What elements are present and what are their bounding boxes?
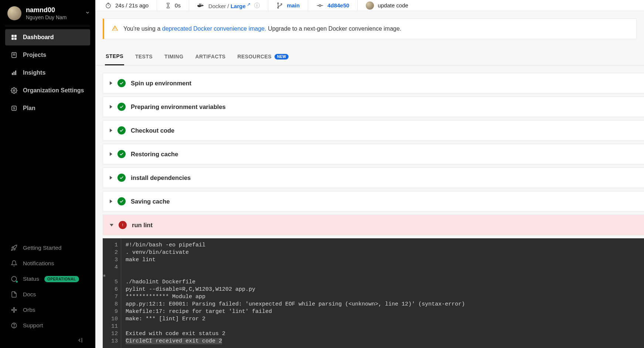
- nav-orbs[interactable]: Orbs: [5, 302, 90, 318]
- branch-link[interactable]: main: [287, 2, 300, 8]
- svg-rect-3: [14, 38, 17, 40]
- nav-docs[interactable]: Docs: [5, 287, 90, 302]
- svg-rect-28: [199, 4, 200, 5]
- meta-commit[interactable]: 4d84e50: [308, 0, 358, 11]
- collapse-sidebar-icon[interactable]: [77, 337, 84, 345]
- sidebar-bottom: Getting Started Notifications Status OPE…: [0, 240, 95, 346]
- commit-message: update code: [378, 2, 408, 8]
- insights-icon: [10, 69, 18, 76]
- caret-right-icon: [110, 81, 112, 85]
- step-name: Checkout code: [131, 127, 174, 134]
- dashboard-icon: [10, 34, 18, 41]
- caret-down-icon: [110, 224, 113, 226]
- step-name: Preparing environment variables: [131, 103, 226, 110]
- job-tabs: STEPS TESTS TIMING ARTIFACTS RESOURCES N…: [95, 48, 644, 65]
- label: Support: [23, 322, 43, 329]
- svg-point-14: [13, 309, 15, 311]
- meta-branch[interactable]: main: [268, 0, 308, 11]
- nav-plan[interactable]: $ Plan: [5, 100, 90, 116]
- label: Orbs: [23, 307, 35, 313]
- projects-icon: [10, 51, 18, 59]
- success-icon: [117, 150, 126, 158]
- step-row[interactable]: Restoring cache: [103, 144, 644, 164]
- tab-artifacts[interactable]: ARTIFACTS: [194, 48, 226, 65]
- nav-label: Plan: [23, 105, 35, 112]
- rocket-icon: [10, 244, 18, 252]
- commit-icon: [316, 3, 324, 8]
- tab-resources[interactable]: RESOURCES NEW: [237, 48, 290, 65]
- nav-org-settings[interactable]: Organization Settings: [5, 82, 90, 99]
- step-name: Saving cache: [131, 198, 170, 205]
- meta-message: update code: [358, 0, 416, 11]
- nav-notifications[interactable]: Notifications: [5, 256, 90, 271]
- caret-right-icon: [110, 176, 112, 180]
- hourglass-icon: [165, 2, 171, 9]
- info-icon[interactable]: i: [254, 3, 260, 8]
- stopwatch-icon: [105, 2, 112, 9]
- success-icon: [117, 197, 126, 205]
- meta-queued: 0s: [157, 0, 189, 11]
- console-code[interactable]: #!/bin/bash -eo pipefail. venv/bin/activ…: [121, 239, 644, 348]
- step-row[interactable]: Checkout code: [103, 120, 644, 141]
- step-row[interactable]: install dependencies: [103, 167, 644, 188]
- svg-rect-0: [11, 35, 14, 37]
- nav-status[interactable]: Status OPERATIONAL: [5, 271, 90, 287]
- chevron-down-icon: [85, 10, 90, 17]
- banner-link[interactable]: deprecated Docker convenience image.: [162, 25, 266, 32]
- tab-label: TIMING: [164, 54, 183, 59]
- nav-getting-started[interactable]: Getting Started: [5, 240, 90, 256]
- svg-rect-37: [123, 226, 123, 226]
- tab-label: TESTS: [135, 54, 153, 59]
- tab-steps[interactable]: STEPS: [105, 48, 124, 65]
- svg-point-20: [14, 327, 14, 327]
- svg-point-30: [277, 3, 279, 4]
- step-row[interactable]: Spin up environment: [103, 73, 644, 93]
- step-row[interactable]: Saving cache: [103, 191, 644, 212]
- svg-point-18: [14, 311, 15, 313]
- svg-point-32: [281, 3, 282, 4]
- svg-point-17: [14, 307, 15, 308]
- nav-insights[interactable]: Insights: [5, 65, 90, 81]
- docs-icon: [10, 291, 18, 298]
- caret-right-icon: [110, 105, 112, 109]
- label: Notifications: [23, 260, 54, 267]
- gear-icon: [10, 87, 18, 94]
- user-fullname: Nguyen Duy Nam: [26, 14, 67, 21]
- author-avatar: [366, 1, 374, 10]
- deprecated-image-banner: You're using a deprecated Docker conveni…: [103, 18, 637, 39]
- meta-duration: 24s / 21s ago: [97, 0, 157, 11]
- status-icon: [10, 275, 18, 283]
- meta-executor[interactable]: Docker / Large ↗ i: [189, 0, 268, 11]
- step-name: install dependencies: [131, 174, 191, 181]
- meta-queued-value: 0s: [175, 2, 181, 8]
- tab-tests[interactable]: TESTS: [134, 48, 153, 65]
- svg-rect-7: [12, 73, 13, 75]
- sidebar: namnd00 Nguyen Duy Nam Dashboard Project…: [0, 0, 95, 348]
- nav-projects[interactable]: Projects: [5, 47, 90, 63]
- svg-text:$: $: [13, 107, 15, 110]
- svg-rect-29: [200, 4, 201, 5]
- nav-support[interactable]: Support: [5, 318, 90, 333]
- commit-link[interactable]: 4d84e50: [327, 2, 349, 8]
- label: Getting Started: [23, 245, 61, 251]
- user-name: namnd00: [26, 6, 67, 14]
- nav-label: Insights: [23, 69, 45, 76]
- svg-point-31: [277, 7, 279, 8]
- executor-size-link[interactable]: Large: [231, 3, 246, 9]
- tab-timing[interactable]: TIMING: [164, 48, 184, 65]
- branch-icon: [276, 2, 283, 9]
- svg-point-16: [16, 310, 17, 311]
- success-icon: [117, 79, 126, 87]
- step-row[interactable]: run lint: [103, 215, 644, 235]
- nav-dashboard[interactable]: Dashboard: [5, 29, 90, 45]
- bell-icon: [10, 260, 18, 267]
- job-meta-bar: 24s / 21s ago 0s Docker / Large ↗ i main…: [95, 0, 644, 11]
- primary-nav: Dashboard Projects Insights Organization…: [0, 29, 95, 118]
- step-row[interactable]: Preparing environment variables: [103, 96, 644, 117]
- warning-icon: [112, 25, 118, 33]
- user-switcher[interactable]: namnd00 Nguyen Duy Nam: [0, 2, 95, 26]
- new-badge: NEW: [275, 54, 289, 59]
- executor-prefix: Docker /: [208, 3, 231, 9]
- label: Docs: [23, 291, 36, 298]
- console-output: 12345678910111213 #!/bin/bash -eo pipefa…: [103, 238, 644, 348]
